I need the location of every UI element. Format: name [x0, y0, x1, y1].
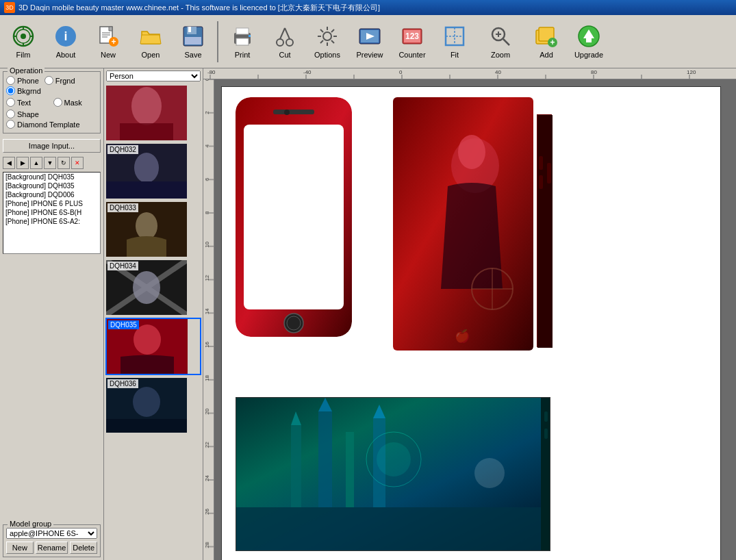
layer-item[interactable]: [Background] DQH035 — [3, 181, 100, 190]
move-left-button[interactable]: ◀ — [3, 157, 15, 169]
thumbnail-item[interactable]: DQH034 — [105, 259, 201, 316]
print-button[interactable]: Print — [223, 18, 262, 65]
canvas-inner: 🍎 — [221, 86, 721, 560]
options-button[interactable]: Options — [307, 18, 347, 65]
layer-item[interactable]: [Phone] IPHONE 6S-B(H — [3, 208, 100, 217]
preview-button[interactable]: Preview — [350, 18, 390, 65]
save-icon — [181, 24, 205, 49]
thumbnails-container[interactable]: DQH031 DQH032 DQH033 DQH03 — [104, 84, 203, 560]
layers-list[interactable]: [Background] DQH035[Background] DQH035[B… — [3, 172, 101, 254]
new-button[interactable]: + New — [88, 18, 128, 65]
small-toolbar: ◀ ▶ ▲ ▼ ↻ ✕ — [3, 157, 101, 169]
left-ruler-canvas — [203, 79, 214, 560]
film-button[interactable]: Film — [3, 18, 43, 65]
move-down-button[interactable]: ▼ — [44, 157, 56, 169]
svg-point-49 — [131, 87, 162, 125]
film-label: Film — [16, 51, 31, 59]
add-button[interactable]: + Add — [526, 18, 566, 65]
svg-point-63 — [133, 387, 160, 417]
phone-landscape-skin — [236, 397, 550, 551]
design-area-top: 🍎 — [236, 97, 715, 426]
model-select[interactable]: apple@IPHONE 6S- — [6, 528, 97, 539]
counter-button[interactable]: 123 Counter — [392, 18, 432, 65]
svg-rect-53 — [106, 181, 187, 199]
radio-shape[interactable] — [6, 110, 15, 118]
radio-mask-row: Mask — [53, 98, 98, 107]
thumbnail-item[interactable]: DQH036 — [105, 377, 201, 433]
thumb-label: DQH034 — [107, 262, 138, 270]
radio-mask[interactable] — [53, 98, 62, 107]
preview-icon — [357, 24, 382, 49]
svg-text:+: + — [550, 38, 555, 47]
category-select[interactable]: Person Animal Nature Abstract — [106, 71, 201, 81]
zoom-label: Zoom — [491, 51, 510, 59]
model-buttons: New Rename Delete — [6, 542, 97, 554]
print-label: Print — [235, 51, 251, 59]
separator-1 — [217, 21, 218, 62]
svg-rect-66 — [244, 125, 344, 309]
image-input-button[interactable]: Image Input... — [3, 139, 101, 153]
svg-point-55 — [136, 212, 157, 240]
layer-item[interactable]: [Background] DQH035 — [3, 173, 100, 181]
cut-label: Cut — [279, 51, 290, 59]
about-button[interactable]: i About — [46, 18, 86, 65]
radio-diamond[interactable] — [6, 120, 15, 129]
radio-phone[interactable] — [6, 76, 15, 85]
model-group-label: Model group — [8, 520, 53, 528]
thumbnail-item[interactable]: DQH033 — [105, 201, 201, 257]
upgrade-icon — [576, 24, 601, 49]
rotate-button[interactable]: ↻ — [58, 157, 70, 169]
thumbnail-item[interactable]: DQH031 — [105, 85, 201, 141]
film-icon — [11, 24, 36, 49]
rename-model-button[interactable]: Rename — [36, 542, 68, 554]
left-panel: Operation Phone Frgnd Bkgrnd Text Mask — [0, 68, 104, 560]
thumb-label: DQH032 — [107, 145, 138, 154]
svg-text:i: i — [64, 29, 67, 43]
zoom-button[interactable]: Zoom — [477, 18, 524, 65]
thumb-label: DQH033 — [107, 203, 138, 212]
radio-bkgrnd[interactable] — [6, 86, 15, 95]
delete-button[interactable]: ✕ — [71, 157, 84, 169]
upgrade-label: Upgrade — [574, 51, 603, 59]
text-mask-row: Text Mask — [6, 97, 97, 108]
svg-rect-64 — [106, 419, 187, 433]
open-button[interactable]: Open — [131, 18, 170, 65]
radio-frgnd[interactable] — [45, 76, 53, 85]
new-label: New — [101, 51, 116, 59]
toolbar: Film i About + New Open Save Print — [0, 15, 736, 68]
svg-rect-80 — [539, 175, 543, 189]
layer-item[interactable]: [Phone] IPHONE 6S-A2: — [3, 217, 100, 226]
radio-phone-label: Phone — [17, 77, 39, 85]
save-button[interactable]: Save — [173, 18, 213, 65]
radio-bkgrnd-label: Bkgrnd — [17, 87, 41, 95]
middle-panel: Person Animal Nature Abstract DQH031 DQH… — [104, 68, 203, 560]
move-right-button[interactable]: ▶ — [16, 157, 29, 169]
svg-rect-81 — [547, 163, 551, 183]
svg-rect-17 — [188, 27, 191, 32]
svg-line-25 — [280, 28, 285, 39]
upgrade-button[interactable]: Upgrade — [569, 18, 609, 65]
counter-label: Counter — [398, 51, 425, 59]
svg-rect-21 — [236, 28, 249, 34]
canvas-viewport[interactable]: 🍎 — [214, 79, 736, 560]
add-icon: + — [534, 24, 559, 49]
svg-point-93 — [474, 458, 505, 488]
svg-rect-90 — [236, 507, 550, 551]
layer-item[interactable]: [Background] DQD006 — [3, 190, 100, 199]
cut-button[interactable]: Cut — [265, 18, 305, 65]
new-model-button[interactable]: New — [6, 542, 34, 554]
move-up-button[interactable]: ▲ — [30, 157, 42, 169]
counter-icon: 123 — [400, 24, 424, 49]
thumbnail-item[interactable]: DQH035 — [105, 318, 201, 375]
svg-rect-79 — [539, 156, 543, 170]
svg-rect-47 — [586, 38, 592, 42]
delete-model-button[interactable]: Delete — [70, 542, 97, 554]
print-icon — [230, 24, 255, 49]
title-text: 3D Daqin mobile beauty master www.chinee… — [18, 3, 380, 13]
thumbnail-item[interactable]: DQH032 — [105, 143, 201, 199]
fit-button[interactable]: Fit — [435, 18, 474, 65]
radio-text[interactable] — [6, 98, 15, 107]
svg-rect-85 — [318, 411, 332, 507]
app-icon: 3D — [4, 2, 15, 13]
layer-item[interactable]: [Phone] IPHONE 6 PLUS — [3, 199, 100, 208]
